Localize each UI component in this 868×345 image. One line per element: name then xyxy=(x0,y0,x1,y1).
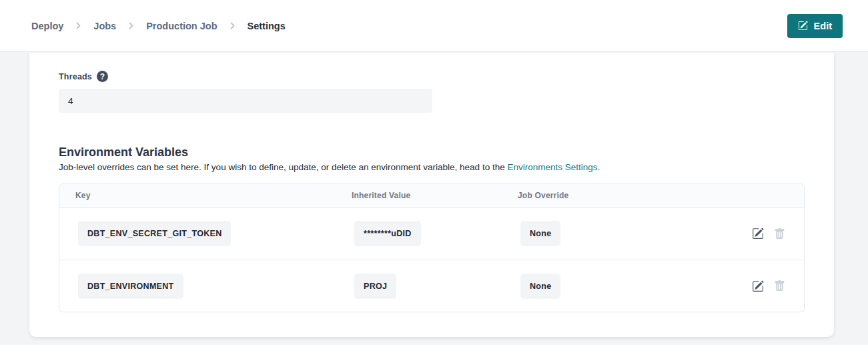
edit-button-label: Edit xyxy=(814,21,832,31)
threads-input[interactable] xyxy=(59,89,432,113)
env-vars-description-text: Job-level overrides can be set here. If … xyxy=(59,162,507,172)
inherited-value-badge: PROJ xyxy=(354,274,396,299)
chevron-right-icon xyxy=(229,22,236,29)
env-vars-description-period: . xyxy=(598,162,600,172)
edit-row-button[interactable] xyxy=(752,228,764,240)
top-bar: Deploy Jobs Production Job Settings Edit xyxy=(0,0,868,52)
env-vars-description: Job-level overrides can be set here. If … xyxy=(59,161,805,173)
env-key-badge: DBT_ENVIRONMENT xyxy=(78,274,183,299)
environments-settings-link[interactable]: Environments Settings xyxy=(507,162,597,172)
job-override-badge: None xyxy=(520,274,560,299)
table-row: DBT_ENVIRONMENT PROJ None xyxy=(59,260,804,312)
column-header-key: Key xyxy=(59,191,336,200)
column-header-inherited-value: Inherited Value xyxy=(336,191,502,200)
table-header-row: Key Inherited Value Job Override xyxy=(59,184,804,208)
pencil-square-icon xyxy=(752,280,764,292)
trash-icon xyxy=(774,280,785,292)
breadcrumb-item-settings: Settings xyxy=(248,21,286,31)
pencil-square-icon xyxy=(798,21,808,31)
breadcrumb-item-deploy[interactable]: Deploy xyxy=(31,21,63,31)
settings-card: Threads ? Environment Variables Job-leve… xyxy=(29,53,834,337)
job-override-badge: None xyxy=(520,221,560,246)
breadcrumb-item-jobs[interactable]: Jobs xyxy=(93,21,116,31)
delete-row-button[interactable] xyxy=(774,280,785,292)
trash-icon xyxy=(774,228,785,240)
pencil-square-icon xyxy=(752,228,764,240)
column-header-job-override: Job Override xyxy=(502,191,717,200)
edit-button[interactable]: Edit xyxy=(787,14,843,38)
chevron-right-icon xyxy=(127,22,135,29)
edit-row-button[interactable] xyxy=(752,280,764,292)
help-icon[interactable]: ? xyxy=(97,71,108,82)
env-key-badge: DBT_ENV_SECRET_GIT_TOKEN xyxy=(78,221,231,246)
delete-row-button[interactable] xyxy=(774,228,785,240)
threads-label: Threads xyxy=(59,72,92,81)
breadcrumb-item-production-job[interactable]: Production Job xyxy=(146,21,217,31)
env-vars-table: Key Inherited Value Job Override DBT_ENV… xyxy=(59,184,805,312)
inherited-value-badge: ********uDID xyxy=(354,221,421,246)
table-row: DBT_ENV_SECRET_GIT_TOKEN ********uDID No… xyxy=(59,208,804,260)
env-vars-title: Environment Variables xyxy=(59,145,805,159)
breadcrumb: Deploy Jobs Production Job Settings xyxy=(31,21,286,31)
chevron-right-icon xyxy=(75,22,82,29)
